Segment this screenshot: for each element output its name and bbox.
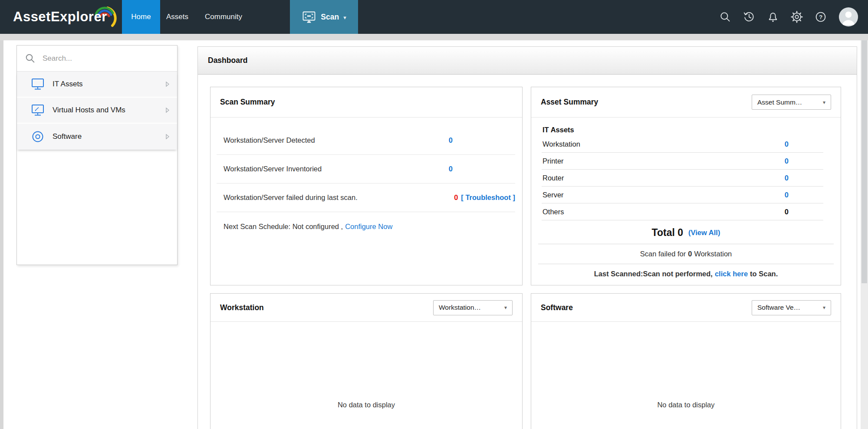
printer-count-link[interactable]: 0 <box>785 157 789 165</box>
sidebar-item-software[interactable]: Software <box>17 124 177 150</box>
user-avatar[interactable] <box>838 7 858 27</box>
main-panel: Dashboard Scan Summary Workstation/Serve… <box>197 46 857 429</box>
row-label: Others <box>542 208 564 216</box>
dropdown-caret-icon: ▾ <box>823 99 825 105</box>
software-empty-state: No data to display <box>531 401 841 409</box>
chevron-right-icon <box>166 108 169 113</box>
software-card: Software Software Ve… ▾ No data to displ… <box>531 293 841 429</box>
asset-row-others: Others 0 <box>542 203 823 220</box>
workstation-title: Workstation <box>220 303 264 312</box>
workstation-count-link[interactable]: 0 <box>785 140 789 148</box>
workstation-header: Workstation Workstation… ▾ <box>210 294 522 322</box>
search-icon[interactable] <box>719 11 731 23</box>
scan-summary-row-inventoried: Workstation/Server Inventoried 0 <box>217 155 515 183</box>
asset-summary-header: Asset Summary Asset Summ… ▾ <box>531 87 841 118</box>
scan-summary-row-failed: Workstation/Server failed during last sc… <box>217 183 515 212</box>
last-scanned-text: Last Scanned:Scan not performed, <box>594 270 713 278</box>
help-icon[interactable]: ? <box>815 11 827 23</box>
asset-row-router: Router 0 <box>542 170 823 187</box>
asset-summary-title: Asset Summary <box>541 98 598 107</box>
last-scanned-text: to Scan. <box>750 270 778 278</box>
scrollbar-thumb[interactable] <box>861 40 867 283</box>
scan-failed-count: 0 <box>688 250 692 258</box>
sidebar-menu: IT Assets Virtual Hosts and VMs <box>17 72 177 150</box>
software-header: Software Software Ve… ▾ <box>531 294 841 322</box>
app-logo[interactable]: AssetExplorer <box>13 0 107 34</box>
history-icon[interactable] <box>743 11 755 23</box>
tab-home-label: Home <box>131 13 151 21</box>
notifications-bell-icon[interactable] <box>767 11 779 23</box>
tab-assets[interactable]: Assets <box>160 0 194 34</box>
scan-failed-row: Scan failed for 0 Workstation <box>531 244 841 264</box>
workstation-empty-state: No data to display <box>210 401 522 409</box>
dashboard-content: Scan Summary Workstation/Server Detected… <box>198 75 857 429</box>
configure-now-link[interactable]: Configure Now <box>345 223 392 231</box>
sidebar-item-it-assets[interactable]: IT Assets <box>17 72 177 98</box>
scan-summary-card: Scan Summary Workstation/Server Detected… <box>210 87 523 285</box>
asset-group-heading: IT Assets <box>542 124 830 136</box>
virtual-machine-icon <box>30 104 46 117</box>
inventoried-count-link[interactable]: 0 <box>449 165 453 173</box>
asset-row-printer: Printer 0 <box>542 153 823 170</box>
row-label: Printer <box>542 157 564 165</box>
dropdown-value: Workstation… <box>439 304 481 311</box>
server-count-link[interactable]: 0 <box>785 191 789 199</box>
asset-row-workstation: Workstation 0 <box>542 136 823 153</box>
asset-row-server: Server 0 <box>542 187 823 203</box>
workstation-dropdown[interactable]: Workstation… ▾ <box>433 300 513 315</box>
dropdown-caret-icon: ▾ <box>504 305 507 311</box>
row-label: Router <box>542 174 564 182</box>
click-here-link[interactable]: click here <box>715 270 748 278</box>
scan-summary-title: Scan Summary <box>220 98 275 107</box>
dropdown-value: Software Ve… <box>757 304 800 311</box>
tab-community-label: Community <box>205 13 242 21</box>
tab-home[interactable]: Home <box>122 0 160 34</box>
page-title: Dashboard <box>208 56 247 65</box>
tab-community[interactable]: Community <box>199 0 248 34</box>
brand-name: AssetExplorer <box>13 9 107 25</box>
detected-count-link[interactable]: 0 <box>449 136 453 144</box>
monitor-icon <box>30 78 46 91</box>
dropdown-caret-icon: ▾ <box>823 305 825 311</box>
others-count: 0 <box>785 208 789 216</box>
dropdown-value: Asset Summ… <box>757 98 802 106</box>
row-label: Workstation <box>542 140 580 148</box>
top-navbar: AssetExplorer Home Assets Community Scan… <box>0 0 868 34</box>
tab-assets-label: Assets <box>166 13 188 21</box>
schedule-text: Next Scan Schedule: Not configured , <box>224 223 343 231</box>
last-scanned-row: Last Scanned:Scan not performed, click h… <box>531 264 841 284</box>
sidebar: IT Assets Virtual Hosts and VMs <box>16 45 178 265</box>
failed-count: 0 <box>454 193 458 202</box>
page-left-edge <box>0 40 3 429</box>
scan-failed-text: Scan failed for <box>640 250 686 258</box>
navbar-bottom-strip <box>0 34 868 40</box>
sidebar-item-label: IT Assets <box>53 80 83 88</box>
scan-summary-header: Scan Summary <box>210 87 522 118</box>
row-label: Server <box>542 191 564 199</box>
disc-icon <box>30 130 46 143</box>
chevron-right-icon <box>166 82 169 87</box>
sidebar-search-input[interactable] <box>43 54 151 63</box>
troubleshoot-link[interactable]: [ Troubleshoot ] <box>461 193 515 202</box>
software-dropdown[interactable]: Software Ve… ▾ <box>752 300 831 315</box>
settings-gear-icon[interactable] <box>791 11 803 23</box>
asset-summary-body: IT Assets Workstation 0 Printer 0 Router… <box>531 124 841 284</box>
sidebar-item-virtual-hosts[interactable]: Virtual Hosts and VMs <box>17 98 177 124</box>
scan-caret-icon: ▾ <box>343 14 346 21</box>
router-count-link[interactable]: 0 <box>785 174 789 182</box>
page-header: Dashboard <box>198 47 857 75</box>
asset-summary-dropdown[interactable]: Asset Summ… ▾ <box>752 95 831 110</box>
scan-summary-row-detected: Workstation/Server Detected 0 <box>217 126 515 155</box>
navbar-icon-group: ? <box>719 0 858 34</box>
view-all-link[interactable]: (View All) <box>688 229 720 237</box>
asset-summary-card: Asset Summary Asset Summ… ▾ IT Assets Wo… <box>531 87 841 285</box>
scan-summary-row-schedule: Next Scan Schedule: Not configured , Con… <box>217 212 515 241</box>
sidebar-search-icon <box>25 53 36 64</box>
scan-button[interactable]: Scan ▾ <box>290 0 358 34</box>
asset-total-row: Total 0 (View All) <box>531 223 841 242</box>
row-label: Workstation/Server Inventoried <box>224 165 322 173</box>
svg-text:?: ? <box>819 14 822 20</box>
sidebar-item-label: Virtual Hosts and VMs <box>53 106 125 115</box>
chevron-right-icon <box>166 134 169 139</box>
page-scrollbar[interactable] <box>861 40 868 429</box>
